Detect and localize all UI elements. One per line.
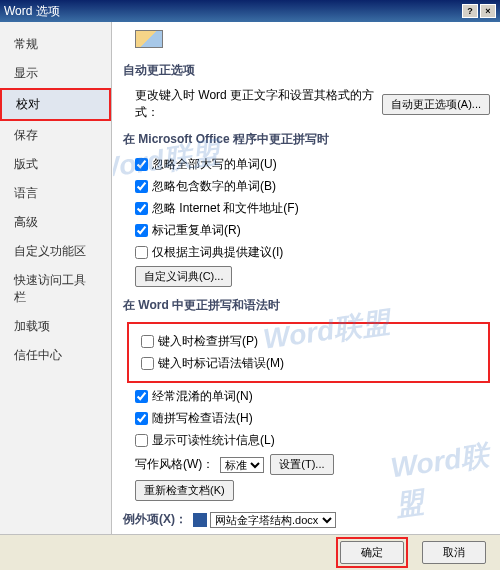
- sidebar-item-addins[interactable]: 加载项: [0, 312, 111, 341]
- sidebar-item-advanced[interactable]: 高级: [0, 208, 111, 237]
- sidebar-item-display[interactable]: 显示: [0, 59, 111, 88]
- writing-style-label: 写作风格(W)：: [135, 456, 214, 473]
- check-ignore-internet[interactable]: 忽略 Internet 和文件地址(F): [135, 200, 299, 217]
- sidebar-item-customize-ribbon[interactable]: 自定义功能区: [0, 237, 111, 266]
- check-flag-repeated[interactable]: 标记重复单词(R): [135, 222, 241, 239]
- header-swatch-icon: [135, 30, 163, 48]
- sidebar-item-trust-center[interactable]: 信任中心: [0, 341, 111, 370]
- cancel-button[interactable]: 取消: [422, 541, 486, 564]
- sidebar-item-quick-access[interactable]: 快速访问工具栏: [0, 266, 111, 312]
- content-panel: Word联盟 Word联盟 Word联盟 自动更正选项 更改键入时 Word 更…: [112, 22, 500, 534]
- word-doc-icon: [193, 513, 207, 527]
- help-icon[interactable]: ?: [462, 4, 478, 18]
- check-grammar-as-type[interactable]: 键入时标记语法错误(M): [141, 355, 284, 372]
- custom-dictionaries-button[interactable]: 自定义词典(C)...: [135, 266, 232, 287]
- section-autocorrect-title: 自动更正选项: [123, 62, 490, 79]
- check-ignore-numbers[interactable]: 忽略包含数字的单词(B): [135, 178, 276, 195]
- exceptions-label: 例外项(X)：: [123, 511, 187, 528]
- close-icon[interactable]: ×: [480, 4, 496, 18]
- footer: 确定 取消: [0, 534, 500, 570]
- sidebar-item-save[interactable]: 保存: [0, 121, 111, 150]
- sidebar: 常规 显示 校对 保存 版式 语言 高级 自定义功能区 快速访问工具栏 加载项 …: [0, 22, 112, 534]
- check-ignore-uppercase[interactable]: 忽略全部大写的单词(U): [135, 156, 277, 173]
- autocorrect-options-button[interactable]: 自动更正选项(A)...: [382, 94, 490, 115]
- sidebar-item-language[interactable]: 语言: [0, 179, 111, 208]
- check-spelling-as-type[interactable]: 键入时检查拼写(P): [141, 333, 258, 350]
- section-exceptions: 例外项(X)： 网站金字塔结构.docx: [123, 511, 490, 528]
- writing-style-settings-button[interactable]: 设置(T)...: [270, 454, 333, 475]
- exceptions-select[interactable]: 网站金字塔结构.docx: [210, 512, 336, 528]
- sidebar-item-layout[interactable]: 版式: [0, 150, 111, 179]
- section-office-title: 在 Microsoft Office 程序中更正拼写时: [123, 131, 490, 148]
- check-readability-stats[interactable]: 显示可读性统计信息(L): [135, 432, 275, 449]
- writing-style-select[interactable]: 标准: [220, 457, 264, 473]
- recheck-document-button[interactable]: 重新检查文档(K): [135, 480, 234, 501]
- titlebar: Word 选项 ? ×: [0, 0, 500, 22]
- autocorrect-desc: 更改键入时 Word 更正文字和设置其格式的方式：: [135, 87, 376, 121]
- sidebar-item-proofing[interactable]: 校对: [0, 88, 111, 121]
- ok-button[interactable]: 确定: [340, 541, 404, 564]
- section-word-title: 在 Word 中更正拼写和语法时: [123, 297, 490, 314]
- check-confused-words[interactable]: 经常混淆的单词(N): [135, 388, 253, 405]
- check-grammar-with-spelling[interactable]: 随拼写检查语法(H): [135, 410, 253, 427]
- window-title: Word 选项: [4, 3, 60, 20]
- sidebar-item-general[interactable]: 常规: [0, 30, 111, 59]
- check-main-dict-only[interactable]: 仅根据主词典提供建议(I): [135, 244, 283, 261]
